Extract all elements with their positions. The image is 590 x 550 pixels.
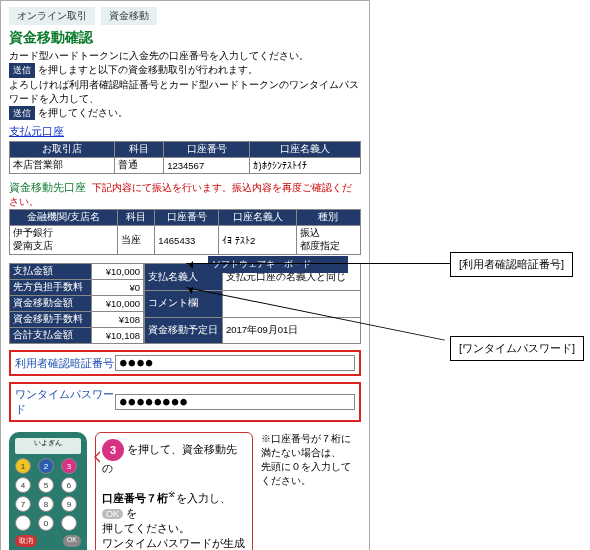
dest-account-table: 金融機関/支店名科目 口座番号口座名義人種別 伊予銀行 愛南支店 当座14654… [9, 209, 361, 255]
callout-pin: [利用者確認暗証番号] [450, 252, 573, 277]
soft-keyboard-banner[interactable]: ソフトウェアキーボード [208, 256, 348, 273]
pin-input[interactable]: ●●●● [115, 355, 355, 371]
tab-online[interactable]: オンライン取引 [9, 7, 95, 25]
source-account-table: お取引店科目 口座番号口座名義人 本店営業部普通 1234567ｶ)ﾎｸｼﾝﾃｽ… [9, 141, 361, 174]
callout-otp: [ワンタイムパスワード] [450, 336, 584, 361]
page-title: 資金移動確認 [9, 29, 361, 47]
token-device-icon: いよぎん 123 456 789 0 取消OK [9, 432, 87, 550]
source-account-link[interactable]: 支払元口座 [9, 124, 64, 139]
tab-transfer[interactable]: 資金移動 [101, 7, 157, 25]
intro-text: カード型ハードトークンに入金先の口座番号を入力してください。 送信 を押しますと… [9, 49, 361, 120]
otp-label: ワンタイムパスワード [15, 387, 115, 417]
otp-input[interactable]: ●●●●●●●● [115, 394, 355, 410]
otp-row: ワンタイムパスワード ●●●●●●●● [9, 382, 361, 422]
send-badge: 送信 [9, 106, 35, 121]
dest-account-label: 資金移動先口座 [9, 181, 86, 193]
pin-row: 利用者確認暗証番号 ●●●● [9, 350, 361, 376]
pin-label: 利用者確認暗証番号 [15, 356, 115, 371]
account-digit-note: ※口座番号が７桁に 満たない場合は、 先頭に０を入力して ください。 [261, 432, 361, 550]
amount-table: 支払金額¥10,000 先方負担手数料¥0 資金移動金額¥10,000 資金移動… [9, 263, 144, 344]
instruction-bubble: 3 を押して、資金移動先の 口座番号７桁※を入力し、 OK を 押してください。… [95, 432, 253, 550]
table-row: 本店営業部普通 1234567ｶ)ﾎｸｼﾝﾃｽﾄｲﾁ [10, 158, 361, 174]
step-badge: 3 [102, 439, 124, 461]
send-badge: 送信 [9, 63, 35, 78]
detail-table: 支払名義人支払元口座の名義人と同じ コメント欄 資金移動予定日2017年09月0… [144, 263, 361, 344]
ok-icon: OK [102, 509, 123, 519]
arrow-icon [186, 263, 450, 264]
table-row: 伊予銀行 愛南支店 当座1465433 ｲﾖ ﾃｽﾄ2振込 都度指定 [10, 226, 361, 255]
